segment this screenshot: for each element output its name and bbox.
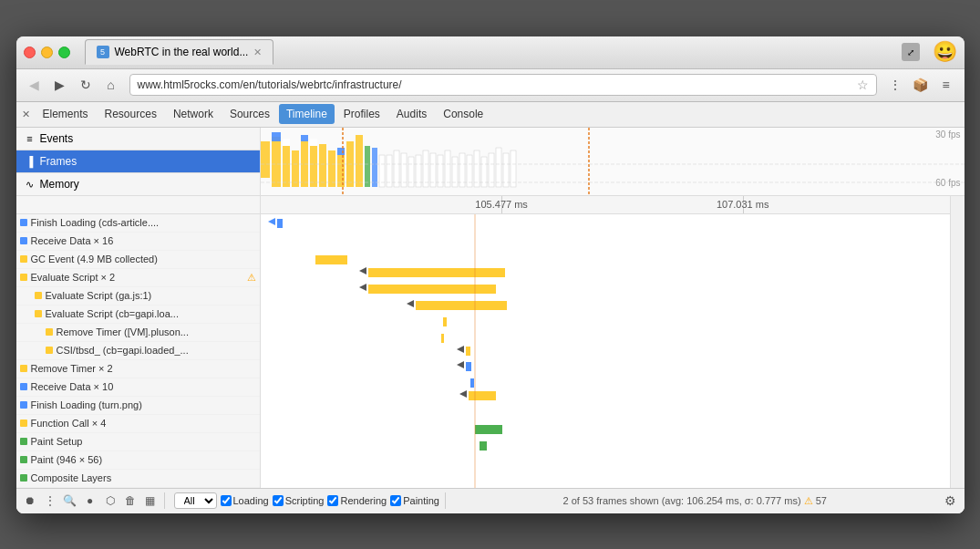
forward-button[interactable]: ▶ xyxy=(49,74,71,96)
event-row-13[interactable]: Paint (946 × 56) xyxy=(16,451,260,470)
menu-item-resources[interactable]: Resources xyxy=(98,104,164,124)
svg-rect-45 xyxy=(368,268,505,277)
event-row-5[interactable]: Evaluate Script (cb=gapi.loa... xyxy=(16,306,260,324)
event-row-0[interactable]: Finish Loading (cds-article.... xyxy=(16,214,260,233)
warning-icon-3: ⚠ xyxy=(247,272,256,284)
extensions-icon[interactable]: 📦 xyxy=(910,74,932,96)
svg-rect-3 xyxy=(283,146,290,187)
record-button[interactable]: ⏺ xyxy=(22,492,38,509)
filter-loading[interactable]: Loading xyxy=(221,495,269,506)
event-row-14[interactable]: Composite Layers xyxy=(16,470,260,488)
maximize-button[interactable] xyxy=(58,47,70,58)
svg-marker-54 xyxy=(457,361,464,368)
home-button[interactable]: ⌂ xyxy=(100,74,122,96)
browser-menu-icon[interactable]: ≡ xyxy=(935,74,957,96)
filter-scripting[interactable]: Scripting xyxy=(273,495,325,506)
event-label-7: CSI/tbsd_ (cb=gapi.loaded_... xyxy=(57,345,256,356)
bookmark-icon[interactable]: ☆ xyxy=(857,78,869,92)
menu-item-network[interactable]: Network xyxy=(166,104,221,124)
event-label-3: Evaluate Script × 2 xyxy=(31,272,245,283)
svg-rect-31 xyxy=(474,150,480,187)
svg-rect-2 xyxy=(272,132,281,141)
menu-item-audits[interactable]: Audits xyxy=(389,104,434,124)
address-bar[interactable]: www.html5rocks.com/en/tutorials/webrtc/i… xyxy=(129,74,877,96)
event-label-13: Paint (946 × 56) xyxy=(31,454,256,465)
event-color-9 xyxy=(20,383,27,390)
painting-label: Painting xyxy=(403,495,439,506)
select-icon[interactable]: ▦ xyxy=(142,492,159,509)
event-color-1 xyxy=(20,237,27,244)
menu-item-elements[interactable]: Elements xyxy=(36,104,96,124)
event-row-11[interactable]: Function Call × 4 xyxy=(16,415,260,433)
svg-rect-10 xyxy=(319,144,326,187)
event-row-8[interactable]: Remove Timer × 2 xyxy=(16,360,260,378)
svg-marker-41 xyxy=(268,218,275,225)
svg-rect-20 xyxy=(394,150,399,187)
clear-button[interactable]: ⋮ xyxy=(42,492,58,509)
svg-marker-48 xyxy=(407,300,414,307)
filter-section: All Loading Scripting Rendering Painting xyxy=(174,492,439,509)
svg-rect-25 xyxy=(430,153,436,187)
expand-button[interactable]: ⤢ xyxy=(902,43,920,61)
menu-item-timeline[interactable]: Timeline xyxy=(279,104,335,124)
event-label-5: Evaluate Script (cb=gapi.loa... xyxy=(46,308,256,319)
scrollbar[interactable] xyxy=(950,196,965,488)
close-button[interactable] xyxy=(24,47,36,58)
stop-icon[interactable]: ⬡ xyxy=(102,492,119,509)
delete-icon[interactable]: 🗑 xyxy=(122,492,139,509)
gear-button[interactable]: ⚙ xyxy=(943,492,959,509)
svg-rect-15 xyxy=(356,135,363,187)
event-label-4: Evaluate Script (ga.js:1) xyxy=(46,290,256,301)
filter-rendering[interactable]: Rendering xyxy=(327,495,387,506)
warn-icon: ⚠ xyxy=(804,495,813,506)
svg-rect-50 xyxy=(443,317,447,326)
dot-icon[interactable]: ● xyxy=(82,492,98,509)
reload-button[interactable]: ↻ xyxy=(75,74,97,96)
event-row-7[interactable]: CSI/tbsd_ (cb=gapi.loaded_... xyxy=(16,342,260,360)
sidebar-memory[interactable]: ∿ Memory xyxy=(16,173,260,196)
menu-item-console[interactable]: Console xyxy=(436,104,490,124)
filter-dropdown[interactable]: All xyxy=(174,492,217,509)
event-row-10[interactable]: Finish Loading (turn.png) xyxy=(16,397,260,415)
back-button[interactable]: ◀ xyxy=(24,74,46,96)
svg-rect-55 xyxy=(466,362,471,371)
svg-rect-5 xyxy=(292,150,299,187)
timeline-bars-svg xyxy=(261,214,950,488)
browser-tab[interactable]: 5 WebRTC in the real world... ✕ xyxy=(85,39,274,65)
scripting-checkbox[interactable] xyxy=(273,495,284,506)
tab-close-button[interactable]: ✕ xyxy=(253,47,262,58)
event-row-1[interactable]: Receive Data × 16 xyxy=(16,233,260,251)
sidebar-events[interactable]: ≡ Events xyxy=(16,128,260,150)
search-button[interactable]: 🔍 xyxy=(62,492,78,509)
svg-rect-9 xyxy=(310,139,317,146)
svg-marker-44 xyxy=(359,267,366,274)
svg-rect-7 xyxy=(301,135,308,141)
event-row-3[interactable]: Evaluate Script × 2 ⚠ xyxy=(16,269,260,287)
svg-rect-8 xyxy=(310,146,317,187)
sidebar-frames[interactable]: ▐ Frames xyxy=(16,150,260,173)
minimize-button[interactable] xyxy=(41,47,53,58)
event-list[interactable]: Finish Loading (cds-article.... Receive … xyxy=(16,214,260,488)
event-row-9[interactable]: Receive Data × 10 xyxy=(16,378,260,397)
devtools-menubar: ✕ Elements Resources Network Sources Tim… xyxy=(16,102,965,128)
rendering-checkbox[interactable] xyxy=(327,495,338,506)
event-row-6[interactable]: Remove Timer ([VM].pluson... xyxy=(16,324,260,342)
svg-rect-49 xyxy=(416,301,507,310)
menu-item-sources[interactable]: Sources xyxy=(222,104,277,124)
devtools-close-button[interactable]: ✕ xyxy=(22,109,30,120)
timeline-panel[interactable]: 105.477 ms 107.031 ms xyxy=(261,196,950,488)
filter-painting[interactable]: Painting xyxy=(390,495,439,506)
loading-checkbox[interactable] xyxy=(221,495,232,506)
svg-rect-29 xyxy=(459,153,465,187)
event-row-4[interactable]: Evaluate Script (ga.js:1) xyxy=(16,287,260,306)
status-sep-2 xyxy=(445,492,446,509)
event-row-2[interactable]: GC Event (4.9 MB collected) xyxy=(16,251,260,269)
browser-window: 5 WebRTC in the real world... ✕ ⤢ 😀 ◀ ▶ … xyxy=(16,36,965,513)
event-row-12[interactable]: Paint Setup xyxy=(16,433,260,451)
menu-icon[interactable]: ⋮ xyxy=(884,74,906,96)
emoji-icon: 😀 xyxy=(933,40,957,64)
frames-chart-svg xyxy=(261,128,965,195)
nav-bar: ◀ ▶ ↻ ⌂ www.html5rocks.com/en/tutorials/… xyxy=(16,69,965,102)
menu-item-profiles[interactable]: Profiles xyxy=(336,104,387,124)
painting-checkbox[interactable] xyxy=(390,495,401,506)
